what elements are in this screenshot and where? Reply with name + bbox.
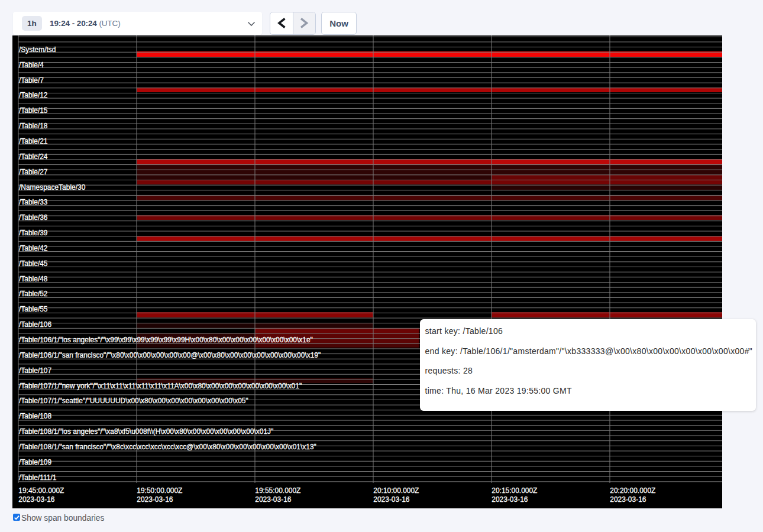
svg-text:2023-03-16: 2023-03-16 [137, 495, 173, 504]
svg-text:/Table/12: /Table/12 [19, 91, 48, 100]
svg-text:2023-03-16: 2023-03-16 [18, 495, 54, 504]
svg-text:/Table/106: /Table/106 [19, 320, 51, 329]
svg-text:/Table/33: /Table/33 [19, 198, 48, 207]
svg-text:/Table/27: /Table/27 [19, 167, 48, 176]
svg-text:/Table/106/1/"san francisco"/": /Table/106/1/"san francisco"/"\x80\x00\x… [19, 351, 321, 359]
svg-text:/Table/52: /Table/52 [19, 290, 48, 299]
svg-text:20:10:00.000Z: 20:10:00.000Z [373, 486, 419, 495]
svg-text:/Table/111/1: /Table/111/1 [19, 473, 56, 482]
svg-text:19:55:00.000Z: 19:55:00.000Z [255, 486, 300, 495]
svg-text:2023-03-16: 2023-03-16 [373, 495, 409, 504]
svg-text:/Table/15: /Table/15 [19, 106, 48, 115]
svg-text:/Table/109: /Table/109 [19, 458, 51, 466]
svg-text:/Table/45: /Table/45 [19, 259, 48, 268]
svg-text:/Table/107/1/"seattle"/"UUUUUU: /Table/107/1/"seattle"/"UUUUUUD\x00\x80\… [19, 397, 248, 406]
svg-text:2023-03-16: 2023-03-16 [255, 495, 291, 504]
svg-text:/Table/24: /Table/24 [19, 152, 48, 161]
svg-text:/Table/48: /Table/48 [19, 274, 48, 283]
svg-text:/NamespaceTable/30: /NamespaceTable/30 [19, 183, 85, 192]
svg-text:/Table/108: /Table/108 [19, 412, 51, 421]
svg-text:/Table/107: /Table/107 [19, 366, 51, 375]
svg-text:20:20:00.000Z: 20:20:00.000Z [610, 486, 655, 495]
svg-text:19:50:00.000Z: 19:50:00.000Z [137, 486, 182, 495]
svg-text:/Table/39: /Table/39 [19, 229, 48, 238]
svg-text:/Table/108/1/"san francisco"/": /Table/108/1/"san francisco"/"\x8c\xcc\x… [19, 442, 316, 451]
svg-text:20:15:00.000Z: 20:15:00.000Z [492, 486, 537, 495]
svg-text:/Table/21: /Table/21 [19, 137, 48, 145]
svg-text:2023-03-16: 2023-03-16 [492, 495, 528, 504]
svg-text:19:45:00.000Z: 19:45:00.000Z [18, 486, 64, 495]
svg-text:/Table/36: /Table/36 [19, 213, 48, 222]
svg-text:/Table/42: /Table/42 [19, 244, 48, 252]
svg-text:/Table/106/1/"los angeles"/"\x: /Table/106/1/"los angeles"/"\x99\x99\x99… [19, 336, 313, 345]
svg-text:/Table/7: /Table/7 [19, 76, 44, 85]
svg-text:/System/tsd: /System/tsd [19, 45, 56, 54]
svg-text:/Table/18: /Table/18 [19, 122, 48, 131]
svg-text:/Table/4: /Table/4 [19, 60, 44, 69]
svg-text:/Table/55: /Table/55 [19, 305, 48, 314]
svg-text:2023-03-16: 2023-03-16 [610, 495, 646, 504]
svg-text:/Table/108/1/"los angeles"/"\x: /Table/108/1/"los angeles"/"\xa8\xf5\u00… [19, 427, 273, 436]
svg-text:/Table/107/1/"new york"/"\x11\: /Table/107/1/"new york"/"\x11\x11\x11\x1… [19, 381, 302, 390]
